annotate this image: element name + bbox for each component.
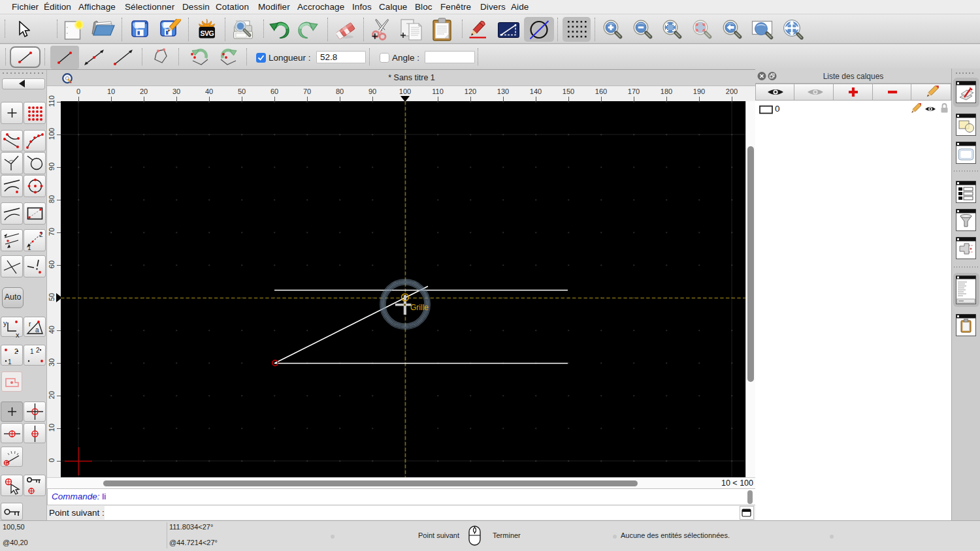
svg-text:a: a	[35, 326, 39, 334]
svg-text:1: 1	[27, 244, 31, 251]
svg-text:SVG: SVG	[200, 29, 214, 37]
svg-text:y: y	[3, 319, 7, 327]
svg-text:r: r	[29, 321, 31, 328]
svg-text:1: 1	[30, 348, 34, 355]
svg-text:2: 2	[36, 347, 40, 354]
svg-text:1: 1	[8, 358, 12, 366]
svg-text:2: 2	[14, 348, 18, 355]
svg-text:x: x	[16, 331, 20, 338]
svg-text:Grille: Grille	[410, 303, 429, 312]
